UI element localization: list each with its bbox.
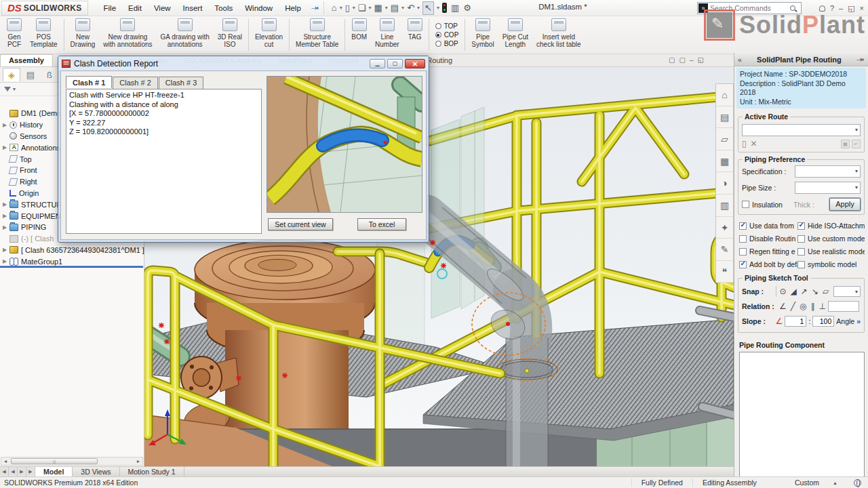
expand-arrow-icon[interactable]: ▶ [3,201,9,207]
bom-button[interactable]: BOM [347,16,371,54]
filter-icon[interactable] [4,87,11,92]
option-use-custom-model[interactable]: Use custom model [797,235,865,243]
scroll-thumb[interactable]: ||| [11,458,98,464]
relation-perpendicular-icon[interactable]: ⊥ [818,302,825,311]
specification-select[interactable] [795,165,861,178]
insulation-checkbox[interactable] [742,201,749,208]
slope-denominator-input[interactable] [812,316,834,327]
checkbox-icon[interactable] [739,261,747,268]
property-manager-tab-icon[interactable]: ▤ [22,68,39,81]
expand-arrow-icon[interactable]: ▶ [3,213,9,219]
option-hide-iso-attachment[interactable]: Hide ISO-Attachment [797,222,865,230]
relation-input[interactable] [828,301,859,312]
last-tab-icon[interactable]: ▶ [26,467,35,476]
checkbox-icon[interactable] [739,248,747,256]
snap-plane-icon[interactable]: ▱ [823,287,829,296]
dropdown-caret-icon[interactable]: ▾ [368,5,371,11]
clash-tab-2[interactable]: Clash # 2 [113,77,157,89]
option-symbolic-model[interactable]: symbolic model [797,260,865,268]
dropdown-caret-icon[interactable]: ▾ [340,5,342,11]
pipe-cut-length-button[interactable]: Pipe CutLength [498,16,532,54]
set-current-view-button[interactable]: Set current view [268,218,333,230]
menu-edit[interactable]: Edit [122,2,148,14]
view-palette-icon[interactable]: ▦ [716,150,733,173]
next-tab-icon[interactable]: ▶ [18,467,26,476]
first-tab-icon[interactable]: ◀ [0,467,9,476]
filter-caret-icon[interactable]: ▾ [13,86,16,92]
tag-button[interactable]: TAG [403,16,427,54]
dialog-minimize-icon[interactable]: ▁ [370,59,385,68]
pipe-center-point[interactable] [506,322,510,326]
snap-corner-icon[interactable]: ◢ [791,287,797,296]
menu-insert[interactable]: Insert [177,2,209,14]
pipe-size-select[interactable] [795,182,861,194]
new-drawing-with-annotations-button[interactable]: New drawingwith annotations [99,16,156,54]
previous-tab-icon[interactable]: ◀ [9,467,18,476]
rollback-bar[interactable] [0,266,143,268]
new-document-icon[interactable]: ▯ [345,2,350,14]
scroll-right-icon[interactable]: ► [134,459,142,464]
dropdown-caret-icon[interactable]: ▾ [437,5,439,11]
dialog-title-bar[interactable]: Clash Detection Report ▁ ▢ ✕ [58,56,429,70]
elevation-cut-button[interactable]: Elevationcut [251,16,287,54]
route-option2-icon[interactable]: ↵ [852,140,861,148]
pipe-symbol-button[interactable]: PipeSymbol [467,16,498,54]
clash-report-text[interactable]: Clash with Service HP HT-freeze-1Clashin… [66,89,262,234]
new-drawing-button[interactable]: NewDrawing [66,16,100,54]
menu-view[interactable]: View [148,2,177,14]
dropdown-caret-icon[interactable]: ▾ [353,5,355,11]
view-tab-model[interactable]: Model [35,467,73,476]
view-tab-3d-views[interactable]: 3D Views [73,467,119,476]
menu-tools[interactable]: Tools [208,2,239,14]
expand-arrow-icon[interactable]: ▶ [3,144,9,150]
appearances-scenes-icon[interactable]: ◑ [716,172,733,195]
options-icon[interactable]: ⚙ [463,2,471,14]
pipe-routing-component-box[interactable] [739,352,865,488]
snap-select[interactable] [833,286,861,297]
relation-angle-icon[interactable]: ∠ [779,302,787,311]
next-window-icon[interactable]: ▢ [679,56,685,65]
dialog-restore-icon[interactable]: ▢ [387,59,403,68]
dropdown-caret-icon[interactable]: ▾ [417,5,420,11]
option-add-bolt-by-default[interactable]: Add bolt by default [739,260,797,268]
relation-line-icon[interactable]: ╱ [791,302,795,311]
menu-window[interactable]: Window [239,2,279,14]
pos-template-button[interactable]: POSTemplate [26,16,62,54]
to-excel-button[interactable]: To excel [357,218,406,230]
solidworks-forum-icon[interactable]: ✦ [716,217,733,239]
clash-tab-1[interactable]: Clash # 1 [66,76,112,88]
checkbox-icon[interactable] [739,235,747,243]
pipe-end-point[interactable] [525,369,529,373]
print-icon[interactable]: ▤ [391,2,399,14]
3d-real-iso-button[interactable]: 3D RealISO [214,16,246,54]
select-arrow-icon[interactable]: ↖ [422,1,434,15]
snap-along-up-icon[interactable]: ↗ [801,287,808,296]
option-use-realistic-model[interactable]: Use realistic model [797,247,865,256]
dropdown-caret-icon[interactable]: ▾ [385,5,388,11]
tree-horizontal-scrollbar[interactable]: ◄ ||| ► [1,457,143,466]
pin-menu-icon[interactable]: 📌︎ [309,1,321,14]
top-radio-icon[interactable] [435,23,441,29]
status-custom[interactable]: Custom [785,479,829,487]
slope-angle-icon[interactable]: ∠ [776,317,783,326]
menu-help[interactable]: Help [279,2,307,14]
minimize-document-icon[interactable]: – [690,56,694,65]
comments-icon[interactable]: ❝ [716,261,733,283]
design-library-icon[interactable]: ▤ [716,106,733,129]
expand-arrow-icon[interactable]: ▶ [3,224,9,230]
xpress-products-icon[interactable] [442,3,447,13]
home-icon[interactable]: ⌂ [332,2,337,14]
clash-detection-dialog[interactable]: Clash Detection Report ▁ ▢ ✕ Clash # 1Cl… [58,56,429,243]
restore-document-icon[interactable]: ◱ [697,56,703,65]
option-use-data-from[interactable]: Use data from [739,222,797,230]
save-icon[interactable]: ▦ [374,2,382,14]
checkbox-icon[interactable] [797,261,805,268]
configuration-manager-tab-icon[interactable]: ß [41,68,58,81]
solidworks-resources-icon[interactable]: ⌂ [716,84,733,106]
menu-file[interactable]: File [98,2,123,14]
units-globe-icon[interactable] [854,479,861,487]
undo-icon[interactable]: ↶ [407,2,414,14]
expand-arrow-icon[interactable]: ▶ [3,258,9,264]
file-explorer-icon[interactable]: ▱ [716,128,733,150]
expand-arrow-icon[interactable]: ▶ [3,247,9,253]
